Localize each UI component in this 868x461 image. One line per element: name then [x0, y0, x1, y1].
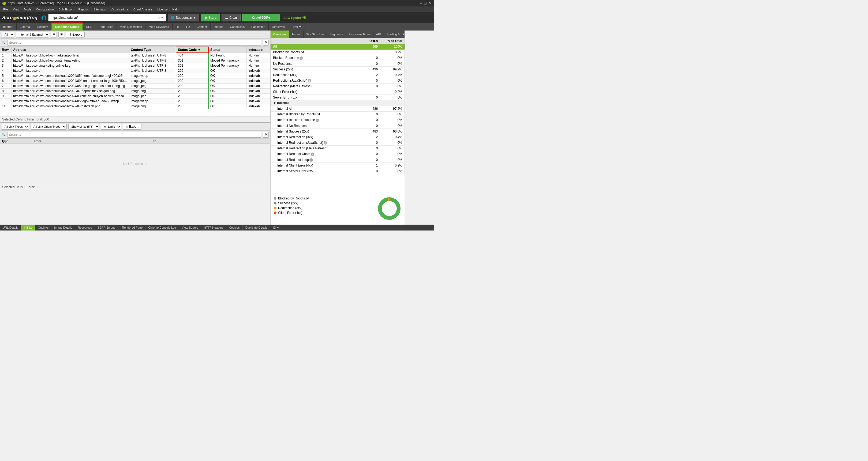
- overview-row[interactable]: Internal Client Error (4xx)10.2%: [271, 163, 405, 168]
- table-row[interactable]: 4https://imta.edu.vn/text/html; charset=…: [0, 68, 270, 73]
- info-icon[interactable]: i: [308, 79, 311, 83]
- bottom-tab-url-details[interactable]: URL Details: [0, 225, 21, 230]
- all-links-filter[interactable]: All Links: [101, 124, 121, 130]
- bottom-tab-view-source[interactable]: View Source: [179, 225, 201, 230]
- bottom-tab-serp-snippet[interactable]: SERP Snippet: [95, 225, 119, 230]
- url-dropdown-icon[interactable]: ▼: [160, 16, 164, 20]
- tab-content[interactable]: Content: [193, 23, 211, 31]
- filter-all-select[interactable]: All: [2, 32, 14, 37]
- list-view-button[interactable]: ☰: [51, 32, 57, 37]
- lower-filter-options-button[interactable]: ⚙: [263, 132, 269, 138]
- tab-h2[interactable]: H2: [183, 23, 193, 31]
- filter-options-button[interactable]: ⚙: [263, 40, 269, 45]
- overview-row[interactable]: Internal All48697.2%: [271, 106, 405, 112]
- export-button[interactable]: ⬆ Export: [66, 32, 85, 37]
- overview-row[interactable]: ▼ Internal: [271, 100, 405, 106]
- menu-bulk-export[interactable]: Bulk Export: [56, 7, 75, 11]
- tab-external[interactable]: External: [17, 23, 34, 31]
- table-row[interactable]: 11https://imta.edu.vn/wp-content/uploads…: [0, 104, 270, 109]
- overview-row[interactable]: Internal Redirection (JavaScript)i00%: [271, 140, 405, 145]
- info-icon[interactable]: i: [300, 57, 303, 60]
- right-tab-segments[interactable]: Segments: [327, 31, 346, 38]
- lower-export-button[interactable]: ⬆ Export: [123, 124, 142, 130]
- table-row[interactable]: 8https://imta.edu.vn/wp-content/uploads/…: [0, 89, 270, 94]
- info-icon[interactable]: i: [316, 119, 319, 122]
- overview-row[interactable]: Internal Redirect Chaini00%: [271, 151, 405, 157]
- search-input-top[interactable]: [7, 40, 261, 45]
- filter-internal-external[interactable]: Internal & External: [16, 32, 49, 37]
- tab-pagination[interactable]: Pagination: [248, 23, 269, 31]
- maximize-button[interactable]: □: [424, 1, 427, 5]
- tab-canonicals[interactable]: Canonicals: [227, 23, 248, 31]
- info-icon[interactable]: i: [309, 158, 313, 162]
- overview-table-wrapper[interactable]: URLs % of Total All500100%Blocked by Rob…: [271, 38, 405, 193]
- tab-internal[interactable]: Internal: [0, 23, 17, 31]
- menu-reports[interactable]: Reports: [76, 7, 91, 11]
- overview-row[interactable]: Internal Blocked Resourcei00%: [271, 117, 405, 123]
- tab-images[interactable]: Images: [211, 23, 227, 31]
- overview-row[interactable]: Redirection (JavaScript)i00%: [271, 78, 405, 84]
- menu-licence[interactable]: Licence: [155, 7, 170, 11]
- right-tab-overview[interactable]: Overview: [271, 31, 289, 38]
- table-row[interactable]: 7https://imta.edu.vn/wp-content/uploads/…: [0, 84, 270, 89]
- link-types-filter[interactable]: All Link Types: [2, 124, 29, 130]
- right-tab-response-times[interactable]: Response Times: [346, 31, 373, 38]
- lower-search-input[interactable]: [7, 132, 261, 138]
- overview-row[interactable]: Internal Server Error (5xx)00%: [271, 168, 405, 174]
- overview-row[interactable]: Success (2xx)49699.2%: [271, 66, 405, 72]
- info-icon[interactable]: i: [311, 153, 314, 156]
- overview-row[interactable]: Redirection (Meta Refresh)00%: [271, 84, 405, 89]
- table-row[interactable]: 1https://imta.edu.vn/khoa-hoc-marketing-…: [0, 53, 270, 58]
- overview-row[interactable]: All500100%: [271, 44, 405, 50]
- right-tab-spelling[interactable]: Spelling & ( ▼: [384, 31, 405, 38]
- tab-security[interactable]: Security: [34, 23, 52, 31]
- overview-row[interactable]: No Response00%: [271, 61, 405, 66]
- table-row[interactable]: 3https://imta.edu.vn/marketing-online-la…: [0, 63, 270, 68]
- tab-meta-keywords[interactable]: Meta Keywords: [146, 23, 173, 31]
- menu-file[interactable]: File: [1, 7, 10, 11]
- tab-meta-description[interactable]: Meta Description: [117, 23, 146, 31]
- menu-crawl-analysis[interactable]: Crawl Analysis: [131, 7, 155, 11]
- minimize-button[interactable]: –: [420, 1, 422, 5]
- show-links-filter[interactable]: Show Links (5/5): [68, 124, 99, 130]
- tab-response-codes[interactable]: Response Codes: [52, 23, 83, 31]
- overview-row[interactable]: Internal Redirection (Meta Refresh)00%: [271, 145, 405, 151]
- bottom-tab-http-headers[interactable]: HTTP Headers: [201, 225, 226, 230]
- url-clear-icon[interactable]: ✕: [158, 16, 160, 20]
- right-tab-api[interactable]: API: [373, 31, 384, 38]
- link-origin-types-filter[interactable]: All Link Origin Types: [31, 124, 67, 130]
- overview-row[interactable]: Internal Redirect Loopi00%: [271, 157, 405, 163]
- bottom-tab-chrome-console[interactable]: Chrome Console Log: [146, 225, 179, 230]
- tab-directives[interactable]: Directives: [269, 23, 288, 31]
- overview-row[interactable]: Client Error (4xx)10.2%: [271, 89, 405, 95]
- table-row[interactable]: 5https://imta.edu.vn/wp-content/uploads/…: [0, 73, 270, 78]
- menu-mode[interactable]: Mode: [22, 7, 33, 11]
- tab-url[interactable]: URL: [83, 23, 95, 31]
- right-tab-issues[interactable]: Issues: [289, 31, 304, 38]
- close-button[interactable]: ✕: [429, 1, 432, 5]
- bottom-tab-rendered-page[interactable]: Rendered Page: [119, 225, 146, 230]
- bottom-tab-resources[interactable]: Resources: [75, 225, 95, 230]
- bottom-tab-image-details[interactable]: Image Details: [52, 225, 75, 230]
- table-row[interactable]: 2https://imta.edu.vn/khoa-hoc-content-ma…: [0, 58, 270, 63]
- menu-view[interactable]: View: [11, 7, 22, 11]
- overview-row[interactable]: Internal Blocked by Robots.txt00%: [271, 112, 405, 117]
- tab-hrefl[interactable]: Hrefl ▼: [288, 23, 305, 31]
- menu-visualisations[interactable]: Visualisations: [108, 7, 131, 11]
- overview-row[interactable]: Internal Success (2xx)48396.6%: [271, 129, 405, 134]
- url-input[interactable]: [51, 16, 157, 20]
- table-row[interactable]: 9https://imta.edu.vn/wp-content/uploads/…: [0, 94, 270, 99]
- overview-row[interactable]: Internal No Response00%: [271, 123, 405, 129]
- bottom-tab-cookies[interactable]: Cookies: [226, 225, 243, 230]
- bottom-tab-more[interactable]: Si ▼: [270, 225, 282, 230]
- col-status-code[interactable]: Status Code ▼: [176, 47, 209, 53]
- menu-sitemaps[interactable]: Sitemaps: [91, 7, 108, 11]
- menu-configuration[interactable]: Configuration: [34, 7, 56, 11]
- right-tab-site-structure[interactable]: Site Structure: [304, 31, 327, 38]
- menu-help[interactable]: Help: [170, 7, 181, 11]
- data-table-wrapper[interactable]: Row Address Content Type Status Code ▼ S…: [0, 46, 270, 116]
- table-row[interactable]: 6https://imta.edu.vn/wp-content/uploads/…: [0, 78, 270, 84]
- tab-h1[interactable]: H1: [173, 23, 183, 31]
- start-button[interactable]: ▶ Start: [201, 14, 220, 22]
- clear-button[interactable]: ☁ Clear: [222, 14, 241, 22]
